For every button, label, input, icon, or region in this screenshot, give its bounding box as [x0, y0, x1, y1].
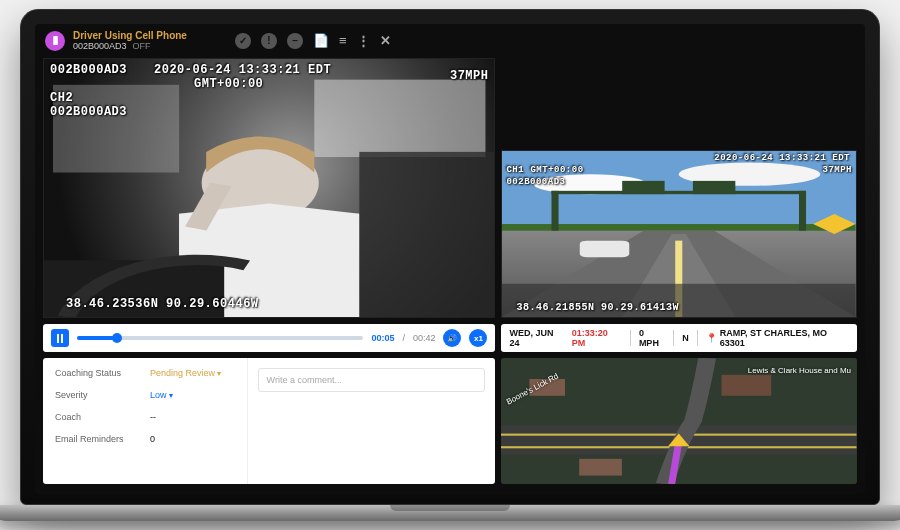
coaching-status-label: Coaching Status: [55, 368, 150, 378]
cellphone-event-icon: [45, 31, 65, 51]
osd2-channel: CH1: [506, 165, 524, 175]
laptop-base: [0, 505, 900, 521]
cabin-illustration: [44, 59, 494, 317]
video-row: 002B000AD3 2020-06-24 13:33:21 EDT GMT+0…: [43, 58, 857, 318]
osd2-timestamp: 2020-06-24 13:33:21 EDT: [714, 153, 850, 163]
close-icon[interactable]: ✕: [380, 33, 391, 49]
event-meta: Driver Using Cell Phone 002B000AD3 OFF: [73, 30, 187, 51]
coach-value: --: [150, 412, 156, 422]
alert-icon[interactable]: !: [261, 33, 277, 49]
coach-label: Coach: [55, 412, 150, 422]
svg-rect-17: [799, 191, 806, 231]
svg-rect-1: [314, 80, 485, 157]
osd2-tz: GMT+00:00: [530, 165, 583, 175]
pause-button[interactable]: [51, 329, 69, 347]
svg-rect-18: [623, 181, 665, 194]
app-screen: Driver Using Cell Phone 002B000AD3 OFF ✓…: [35, 24, 865, 494]
time-total: 00:42: [413, 333, 436, 343]
info-location: 📍 RAMP, ST CHARLES, MO 63301: [706, 328, 849, 348]
volume-button[interactable]: 🔊: [443, 329, 461, 347]
svg-rect-19: [693, 181, 735, 194]
svg-rect-7: [359, 152, 494, 317]
event-header: Driver Using Cell Phone 002B000AD3 OFF ✓…: [35, 24, 865, 57]
rate-button[interactable]: x1: [469, 329, 487, 347]
map-view[interactable]: Lewis & Clark House and Mu Boone's Lick …: [501, 358, 857, 484]
osd-coords: 38.46.23536N 90.29.60446W: [66, 297, 259, 311]
comment-input[interactable]: Write a comment...: [258, 368, 486, 392]
severity-dropdown[interactable]: Low▾: [150, 390, 173, 400]
pin-icon: 📍: [706, 333, 717, 343]
event-title: Driver Using Cell Phone: [73, 30, 187, 41]
approve-icon[interactable]: ✓: [235, 33, 251, 49]
reminders-value: 0: [150, 434, 155, 444]
list-icon[interactable]: ≡: [339, 33, 347, 49]
severity-label: Severity: [55, 390, 150, 400]
osd2-coords: 38.46.21855N 90.29.61413W: [516, 302, 679, 313]
info-speed: 0 MPH: [639, 328, 665, 348]
info-panel: WED, JUN 24 01:33:20 PM 0 MPH N 📍 RAMP, …: [501, 324, 857, 352]
osd2-device: 002B000AD3: [506, 177, 565, 187]
seek-track[interactable]: [77, 336, 363, 340]
device-status: OFF: [133, 41, 151, 51]
osd-speed: 37MPH: [450, 69, 489, 83]
info-heading: N: [682, 333, 689, 343]
screen-bezel: Driver Using Cell Phone 002B000AD3 OFF ✓…: [20, 9, 880, 505]
osd-timestamp: 2020-06-24 13:33:21 EDT: [154, 63, 331, 77]
road-camera-video[interactable]: 2020-06-24 13:33:21 EDT GMT+00:00 CH1 00…: [501, 150, 857, 318]
svg-rect-0: [53, 36, 58, 45]
svg-rect-29: [722, 375, 772, 396]
osd2-speed: 37MPH: [822, 165, 852, 175]
coaching-status-dropdown[interactable]: Pending Review▾: [150, 368, 221, 378]
more-icon[interactable]: ⋮: [357, 33, 370, 49]
info-date: WED, JUN 24: [509, 328, 563, 348]
cabin-camera-video[interactable]: 002B000AD3 2020-06-24 13:33:21 EDT GMT+0…: [43, 58, 495, 318]
map-poi-label: Lewis & Clark House and Mu: [748, 366, 851, 375]
playback-panel: 00:05 / 00:42 🔊 x1: [43, 324, 495, 352]
svg-rect-20: [580, 241, 629, 258]
header-toolbar: ✓ ! – 📄 ≡ ⋮ ✕: [235, 33, 391, 49]
svg-rect-15: [552, 191, 807, 194]
svg-rect-28: [580, 459, 623, 476]
road-illustration: [502, 151, 856, 317]
osd-device2: 002B000AD3: [50, 105, 127, 119]
time-sep: /: [402, 333, 405, 343]
coaching-panel: Coaching Status Pending Review▾ Severity…: [43, 358, 495, 484]
device-id: 002B000AD3: [73, 41, 127, 51]
document-icon[interactable]: 📄: [313, 33, 329, 49]
osd-device: 002B000AD3: [50, 63, 127, 77]
osd-tz: GMT+00:00: [194, 77, 263, 91]
info-time: 01:33:20 PM: [572, 328, 622, 348]
svg-rect-16: [552, 191, 559, 231]
laptop-frame: Driver Using Cell Phone 002B000AD3 OFF ✓…: [20, 9, 880, 521]
time-current: 00:05: [371, 333, 394, 343]
reminders-label: Email Reminders: [55, 434, 150, 444]
osd-channel: CH2: [50, 91, 73, 105]
remove-icon[interactable]: –: [287, 33, 303, 49]
